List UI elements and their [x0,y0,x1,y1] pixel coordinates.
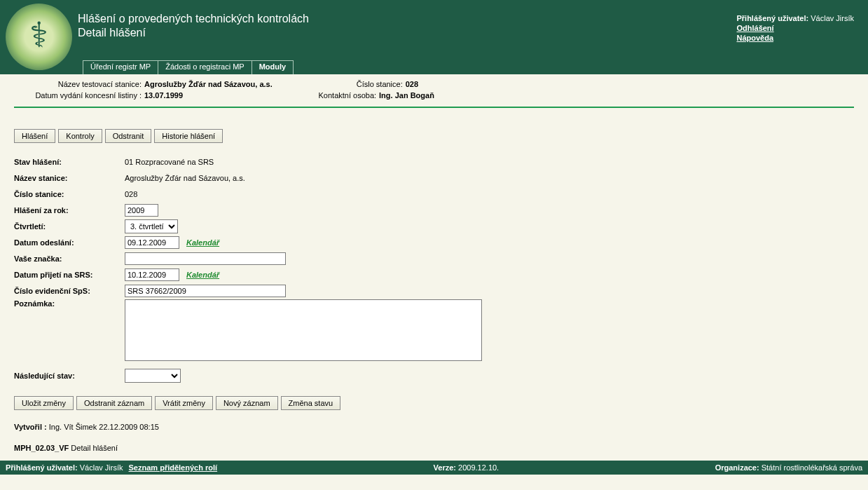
header: Hlášení o provedených technických kontro… [0,0,868,74]
org-label: Organizace: [715,463,759,472]
license-date-value: 13.07.1999 [144,91,183,100]
page-code: MPH_02.03_VF Detail hlášení [14,444,854,452]
tab-historie[interactable]: Historie hlášení [154,129,223,143]
page-subtitle: Detail hlášení [78,27,736,39]
created-info: Vytvořil : Ing. Vít Šimek 22.12.2009 08:… [14,423,854,431]
menu-moduly[interactable]: Moduly [252,61,294,74]
cislo-label: Číslo stanice: [14,190,125,198]
app-logo [6,4,72,70]
ctvrt-select[interactable]: 3. čtvrtletí [125,219,178,233]
org-value: Státní rostlinolékařská správa [762,463,862,472]
station-no-value: 028 [406,80,418,88]
evid-label: Číslo evidenční SpS: [14,287,125,295]
station-no-label: Číslo stanice: [350,80,406,88]
nasl-label: Následující stav: [14,372,125,380]
znacka-label: Vaše značka: [14,254,125,263]
contact-label: Kontaktní osoba: [312,91,379,100]
logout-link[interactable]: Odhlášení [736,24,854,32]
new-button[interactable]: Nový záznam [216,396,278,410]
tab-hlaseni[interactable]: Hlášení [14,129,55,143]
evid-input[interactable] [125,285,286,297]
contact-value: Ing. Jan Bogaň [379,91,434,100]
pozn-label: Poznámka: [14,299,125,308]
user-label: Přihlášený uživatel: [736,14,808,22]
ctvrt-label: Čtvrtletí: [14,222,125,231]
tab-odstranit[interactable]: Odstranit [105,129,152,143]
revert-button[interactable]: Vrátit změny [155,396,213,410]
page-title: Hlášení o provedených technických kontro… [78,13,736,25]
nazev-value: Agroslužby Žďár nad Sázavou, a.s. [125,174,245,182]
station-name-label: Název testovací stanice: [14,80,144,88]
save-button[interactable]: Uložit změny [14,396,74,410]
state-button[interactable]: Změna stavu [281,396,341,410]
main-menu: Úřední registr MP Žádosti o registraci M… [83,60,294,74]
footer-user-name: Václav Jirsík [80,463,123,472]
roles-link[interactable]: Seznam přidělených rolí [129,463,218,472]
nazev-label: Název stanice: [14,174,125,182]
tab-toolbar: Hlášení Kontroly Odstranit Historie hláš… [14,129,854,143]
kalendar-link-1[interactable]: Kalendář [186,238,219,247]
tab-kontroly[interactable]: Kontroly [58,129,102,143]
rok-label: Hlášení za rok: [14,206,125,215]
user-name: Václav Jirsík [811,14,854,22]
stav-label: Stav hlášení: [14,158,125,166]
delete-button[interactable]: Odstranit záznam [76,396,152,410]
header-titles: Hlášení o provedených technických kontro… [78,0,736,39]
action-toolbar: Uložit změny Odstranit záznam Vrátit změ… [14,396,854,410]
header-user: Přihlášený uživatel: Václav Jirsík Odhlá… [736,0,868,42]
station-info: Název testovací stanice:Agroslužby Žďár … [0,74,868,101]
kalendar-link-2[interactable]: Kalendář [186,271,219,279]
prijeti-label: Datum přijetí na SRS: [14,271,125,279]
footer: Přihlášený uživatel: Václav JirsíkSeznam… [0,461,868,475]
divider [14,107,854,108]
pozn-textarea[interactable] [125,299,482,361]
odeslani-label: Datum odeslání: [14,238,125,247]
rok-input[interactable] [125,204,158,217]
license-date-label: Datum vydání koncesní listiny : [14,91,144,100]
detail-form: Stav hlášení:01 Rozpracované na SRS Náze… [14,154,854,383]
station-name-value: Agroslužby Žďár nad Sázavou, a.s. [144,80,273,88]
help-link[interactable]: Nápověda [736,34,854,42]
znacka-input[interactable] [125,252,286,265]
footer-user-label: Přihlášený uživatel: [6,463,78,472]
menu-zadosti[interactable]: Žádosti o registraci MP [158,61,252,74]
menu-registr[interactable]: Úřední registr MP [83,61,158,74]
nasl-select[interactable] [125,369,181,383]
odeslani-input[interactable] [125,236,179,249]
cislo-value: 028 [125,190,137,198]
version-label: Verze: [434,463,456,472]
stav-value: 01 Rozpracované na SRS [125,158,214,166]
prijeti-input[interactable] [125,268,179,281]
version-value: 2009.12.10. [458,463,499,472]
